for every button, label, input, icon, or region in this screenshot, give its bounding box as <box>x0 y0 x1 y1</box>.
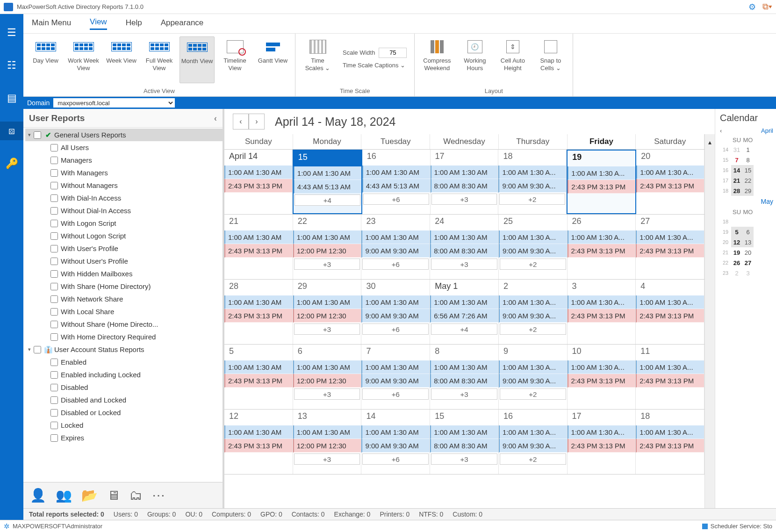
calendar-event[interactable]: 9:00 AM 9:30 A... <box>499 309 567 323</box>
more-events-button[interactable]: +6 <box>363 194 429 205</box>
tree-item[interactable]: With Hidden Mailboxes <box>25 267 223 280</box>
user-icon[interactable]: 👤 <box>30 488 46 503</box>
calendar-cell[interactable]: 51:00 AM 1:30 AM2:43 PM 3:13 PM <box>224 345 293 409</box>
more-events-button[interactable]: +4 <box>295 194 360 206</box>
calendar-event[interactable]: 1:00 AM 1:30 AM <box>361 360 430 374</box>
mini-day[interactable]: 31 <box>731 144 742 155</box>
calendar-event[interactable]: 1:00 AM 1:30 AM <box>293 425 361 439</box>
calendar-cell[interactable]: 251:00 AM 1:30 A...9:00 AM 9:30 A...+2 <box>499 215 568 279</box>
calendar-event[interactable]: 1:00 AM 1:30 A... <box>568 166 635 180</box>
calendar-event[interactable]: 12:00 PM 12:30 <box>293 244 361 258</box>
document-icon[interactable]: ▤ <box>0 89 23 108</box>
gear-icon[interactable]: ⚙ <box>748 2 756 12</box>
mini-day[interactable]: 12 <box>731 237 742 247</box>
view-timeline-view-button[interactable]: Timeline View <box>217 36 252 83</box>
calendar-event[interactable]: 12:00 PM 12:30 <box>293 374 361 388</box>
item-checkbox[interactable] <box>50 169 58 177</box>
tree-item[interactable]: With Logon Script <box>25 217 223 230</box>
item-checkbox[interactable] <box>50 144 58 151</box>
calendar-event[interactable]: 1:00 AM 1:30 AM <box>361 230 430 244</box>
tree-item[interactable]: Without Managers <box>25 179 223 192</box>
more-events-button[interactable]: +6 <box>362 453 429 465</box>
calendar-event[interactable]: 1:00 AM 1:30 A... <box>499 295 567 309</box>
item-checkbox[interactable] <box>50 422 58 429</box>
calendar-event[interactable]: 9:00 AM 9:30 A... <box>499 439 567 453</box>
calendar-event[interactable]: 1:00 AM 1:30 A... <box>568 230 636 244</box>
item-checkbox[interactable] <box>50 258 58 265</box>
calendar-event[interactable]: 2:43 PM 3:13 PM <box>568 244 636 258</box>
calendar-event[interactable]: 1:00 AM 1:30 AM <box>224 425 293 439</box>
tree-item[interactable]: Without Dial-In Access <box>25 204 223 217</box>
item-checkbox[interactable] <box>50 409 58 417</box>
more-events-button[interactable]: +3 <box>431 194 497 205</box>
item-checkbox[interactable] <box>50 245 58 252</box>
calendar-event[interactable]: 2:43 PM 3:13 PM <box>224 309 293 323</box>
calendar-event[interactable]: 9:00 AM 9:30 A... <box>499 244 567 258</box>
tree-item[interactable]: Disabled or Locked <box>25 406 223 419</box>
calendar-event[interactable]: 2:43 PM 3:13 PM <box>224 244 293 258</box>
snap-to-cells--button[interactable]: Snap to Cells ⌄ <box>533 36 568 83</box>
calendar-cell[interactable]: 201:00 AM 1:30 A...2:43 PM 3:13 PM <box>636 150 704 214</box>
calendar-cell[interactable]: 181:00 AM 1:30 A...9:00 AM 9:30 A...+2 <box>498 150 567 214</box>
more-events-button[interactable]: +2 <box>499 194 565 205</box>
scrollbar[interactable] <box>704 150 715 508</box>
mini-day[interactable]: 14 <box>731 165 742 175</box>
menu-appearance[interactable]: Appearance <box>161 18 204 29</box>
item-checkbox[interactable] <box>50 157 58 164</box>
calendar-event[interactable]: 1:00 AM 1:30 A... <box>636 360 704 374</box>
time-scales-button[interactable]: Time Scales ⌄ <box>300 36 335 83</box>
calendar-cell[interactable]: 31:00 AM 1:30 A...2:43 PM 3:13 PM <box>568 280 636 344</box>
item-checkbox[interactable] <box>50 207 58 215</box>
calendar-event[interactable]: 2:43 PM 3:13 PM <box>224 374 293 388</box>
more-events-button[interactable]: +3 <box>294 324 360 335</box>
calendar-cell[interactable]: May 11:00 AM 1:30 AM6:56 AM 7:26 AM+4 <box>430 280 499 344</box>
working-hours-button[interactable]: 🕘Working Hours <box>457 36 492 83</box>
tree-group[interactable]: ▾👔User Account Status Reports <box>25 343 223 356</box>
tree-item[interactable]: With Home Directory Required <box>25 331 223 343</box>
calendar-event[interactable]: 4:43 AM 5:13 AM <box>362 179 430 193</box>
calendar-cell[interactable]: 271:00 AM 1:30 A...2:43 PM 3:13 PM <box>636 215 704 279</box>
tree-item[interactable]: All Users <box>25 141 223 154</box>
calendar-event[interactable]: 2:43 PM 3:13 PM <box>636 179 704 193</box>
schedule-icon[interactable]: ⧇ <box>0 122 23 140</box>
calendar-cell[interactable]: 261:00 AM 1:30 A...2:43 PM 3:13 PM <box>568 215 636 279</box>
calendar-cell[interactable]: 101:00 AM 1:30 A...2:43 PM 3:13 PM <box>568 345 636 409</box>
item-checkbox[interactable] <box>50 194 58 202</box>
more-events-button[interactable]: +3 <box>431 453 497 465</box>
mini-day[interactable] <box>742 216 754 227</box>
calendar-cell[interactable]: 171:00 AM 1:30 A...2:43 PM 3:13 PM <box>568 410 636 474</box>
item-checkbox[interactable] <box>50 283 58 290</box>
calendar-cell[interactable]: 61:00 AM 1:30 AM12:00 PM 12:30+3 <box>293 345 362 409</box>
calendar-cell[interactable]: 161:00 AM 1:30 A...9:00 AM 9:30 A...+2 <box>499 410 568 474</box>
calendar-event[interactable]: 2:43 PM 3:13 PM <box>568 309 636 323</box>
group-checkbox[interactable] <box>34 131 41 139</box>
view-full-week-view-button[interactable]: Full Week View <box>142 36 177 83</box>
calendar-cell[interactable]: 151:00 AM 1:30 AM4:43 AM 5:13 AM+4 <box>293 150 362 214</box>
calendar-event[interactable]: 4:43 AM 5:13 AM <box>294 180 361 194</box>
calendar-event[interactable]: 2:43 PM 3:13 PM <box>636 244 704 258</box>
tree-item[interactable]: Expires <box>25 431 223 444</box>
mini-day[interactable]: 22 <box>742 175 754 186</box>
item-checkbox[interactable] <box>50 270 58 278</box>
mini-day[interactable]: 19 <box>731 247 742 258</box>
calendar-event[interactable]: 1:00 AM 1:30 AM <box>361 295 430 309</box>
calendar-cell[interactable]: 241:00 AM 1:30 AM8:00 AM 8:30 AM+3 <box>430 215 499 279</box>
mini-day[interactable]: 1 <box>742 144 754 155</box>
menu-main[interactable]: Main Menu <box>32 18 71 29</box>
calendar-event[interactable]: 9:00 AM 9:30 AM <box>361 439 430 453</box>
item-checkbox[interactable] <box>50 359 58 366</box>
tree-item[interactable]: With Managers <box>25 166 223 179</box>
mini-day[interactable]: 2 <box>731 268 742 278</box>
calendar-event[interactable]: 2:43 PM 3:13 PM <box>636 374 704 388</box>
calendar-event[interactable]: 1:00 AM 1:30 A... <box>499 360 567 374</box>
calendar-cell[interactable]: 21:00 AM 1:30 A...9:00 AM 9:30 A...+2 <box>499 280 568 344</box>
tree-item[interactable]: With Local Share <box>25 305 223 318</box>
hamburger-icon[interactable]: ☰ <box>0 23 23 42</box>
calendar-event[interactable]: 1:00 AM 1:30 AM <box>430 425 498 439</box>
item-checkbox[interactable] <box>50 434 58 442</box>
calendar-event[interactable]: 1:00 AM 1:30 AM <box>224 360 293 374</box>
more-events-button[interactable]: +3 <box>294 453 360 465</box>
mini-day[interactable]: 15 <box>742 165 754 175</box>
calendar-cell[interactable]: 191:00 AM 1:30 A...2:43 PM 3:13 PM <box>567 150 636 214</box>
calendar-event[interactable]: 1:00 AM 1:30 AM <box>224 295 293 309</box>
